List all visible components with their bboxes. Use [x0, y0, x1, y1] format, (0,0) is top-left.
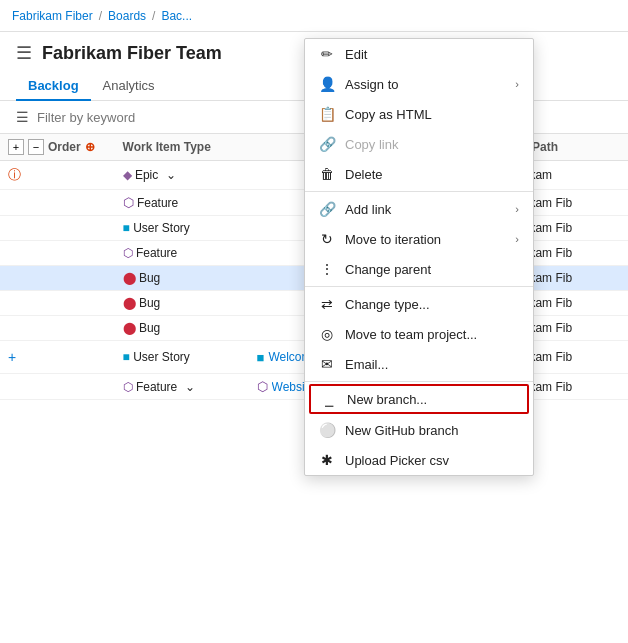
context-menu-item-assign[interactable]: 👤 Assign to › — [305, 69, 533, 99]
title-work-item-icon2: ⬡ — [257, 379, 268, 394]
copy-link-label: Copy link — [345, 137, 519, 152]
upload-picker-label: Upload Picker csv — [345, 453, 519, 468]
cell-order: ⓘ — [0, 161, 115, 190]
context-menu-item-change-parent[interactable]: ⋮ Change parent — [305, 254, 533, 284]
copy-html-label: Copy as HTML — [345, 107, 519, 122]
type-icon-story: ■ — [123, 350, 130, 364]
context-divider-3 — [305, 381, 533, 382]
change-type-icon: ⇄ — [319, 296, 335, 312]
info-icon: ⓘ — [8, 167, 21, 182]
type-icon-bug: ⬤ — [123, 271, 136, 285]
assign-icon: 👤 — [319, 76, 335, 92]
type-icon-feature: ⬡ — [123, 246, 133, 260]
filter-input[interactable] — [37, 110, 237, 125]
cell-type: ⬤ Bug — [115, 291, 249, 316]
breadcrumb-boards[interactable]: Boards — [108, 9, 146, 23]
context-menu[interactable]: ✏ Edit 👤 Assign to › 📋 Copy as HTML 🔗 Co… — [304, 38, 534, 476]
hamburger-icon[interactable]: ☰ — [16, 42, 32, 64]
context-menu-item-delete[interactable]: 🗑 Delete — [305, 159, 533, 189]
cell-order: + — [0, 341, 115, 374]
type-label: User Story — [133, 221, 190, 235]
new-branch-icon: ⎯ — [321, 391, 337, 407]
col-header-type: Work Item Type — [115, 134, 249, 161]
tab-analytics[interactable]: Analytics — [91, 72, 167, 101]
cell-type: ◆ Epic ⌄ — [115, 161, 249, 190]
delete-icon: 🗑 — [319, 166, 335, 182]
type-label: Feature — [137, 196, 178, 210]
type-label: Bug — [139, 271, 160, 285]
cell-type: ⬡ Feature — [115, 190, 249, 216]
move-iteration-label: Move to iteration — [345, 232, 505, 247]
cell-order — [0, 190, 115, 216]
github-branch-label: New GitHub branch — [345, 423, 519, 438]
type-icon-bug: ⬤ — [123, 321, 136, 335]
chevron-right-icon3: › — [515, 233, 519, 245]
cell-type: ■ User Story — [115, 341, 249, 374]
chevron-right-icon2: › — [515, 203, 519, 215]
order-label: Order — [48, 140, 81, 154]
move-project-label: Move to team project... — [345, 327, 519, 342]
cell-order — [0, 241, 115, 266]
context-menu-item-email[interactable]: ✉ Email... — [305, 349, 533, 379]
type-label: Feature — [136, 246, 177, 260]
change-type-label: Change type... — [345, 297, 519, 312]
context-divider-1 — [305, 191, 533, 192]
title-work-item-icon: ■ — [257, 350, 265, 365]
copy-link-icon: 🔗 — [319, 136, 335, 152]
type-icon-bug: ⬤ — [123, 296, 136, 310]
context-menu-item-copy-link[interactable]: 🔗 Copy link — [305, 129, 533, 159]
change-parent-label: Change parent — [345, 262, 519, 277]
breadcrumb-sep1: / — [99, 9, 102, 23]
cell-order — [0, 216, 115, 241]
email-icon: ✉ — [319, 356, 335, 372]
add-row-button[interactable]: + — [8, 139, 24, 155]
cell-order — [0, 374, 115, 400]
type-icon-feature: ⬡ — [123, 380, 133, 394]
new-branch-label: New branch... — [347, 392, 517, 407]
change-parent-icon: ⋮ — [319, 261, 335, 277]
type-label: Epic — [135, 168, 158, 182]
type-label: Bug — [139, 321, 160, 335]
type-label: Bug — [139, 296, 160, 310]
context-menu-item-move-project[interactable]: ◎ Move to team project... — [305, 319, 533, 349]
cell-type: ⬤ Bug — [115, 266, 249, 291]
chevron-right-icon: › — [515, 78, 519, 90]
edit-icon: ✏ — [319, 46, 335, 62]
filter-icon: ☰ — [16, 109, 29, 125]
add-child-icon[interactable]: + — [8, 349, 16, 365]
assign-label: Assign to — [345, 77, 505, 92]
add-link-label: Add link — [345, 202, 505, 217]
cell-order — [0, 291, 115, 316]
context-menu-item-change-type[interactable]: ⇄ Change type... — [305, 289, 533, 319]
delete-label: Delete — [345, 167, 519, 182]
move-project-icon: ◎ — [319, 326, 335, 342]
email-label: Email... — [345, 357, 519, 372]
remove-row-button[interactable]: − — [28, 139, 44, 155]
cell-order — [0, 316, 115, 341]
warn-icon: ⊕ — [85, 140, 95, 154]
context-menu-item-copy-html[interactable]: 📋 Copy as HTML — [305, 99, 533, 129]
breadcrumb-back[interactable]: Bac... — [161, 9, 192, 23]
cell-type: ⬡ Feature ⌄ — [115, 374, 249, 400]
col-header-order: + − Order ⊕ — [0, 134, 115, 161]
expand-arrow[interactable]: ⌄ — [166, 168, 176, 182]
cell-type: ⬡ Feature — [115, 241, 249, 266]
cell-order — [0, 266, 115, 291]
breadcrumb-org[interactable]: Fabrikam Fiber — [12, 9, 93, 23]
context-menu-item-edit[interactable]: ✏ Edit — [305, 39, 533, 69]
add-link-icon: 🔗 — [319, 201, 335, 217]
context-menu-item-new-branch[interactable]: ⎯ New branch... — [309, 384, 529, 414]
context-menu-item-move-iteration[interactable]: ↻ Move to iteration › — [305, 224, 533, 254]
context-menu-item-upload-picker[interactable]: ✱ Upload Picker csv — [305, 445, 533, 475]
type-icon-epic: ◆ — [123, 168, 132, 182]
copy-html-icon: 📋 — [319, 106, 335, 122]
breadcrumb: Fabrikam Fiber / Boards / Bac... — [0, 0, 628, 32]
context-divider-2 — [305, 286, 533, 287]
expand-arrow[interactable]: ⌄ — [185, 380, 195, 394]
move-iteration-icon: ↻ — [319, 231, 335, 247]
context-menu-item-add-link[interactable]: 🔗 Add link › — [305, 194, 533, 224]
context-menu-item-github-branch[interactable]: ⚪ New GitHub branch — [305, 415, 533, 445]
tab-backlog[interactable]: Backlog — [16, 72, 91, 101]
cell-type: ■ User Story — [115, 216, 249, 241]
type-label: User Story — [133, 350, 190, 364]
